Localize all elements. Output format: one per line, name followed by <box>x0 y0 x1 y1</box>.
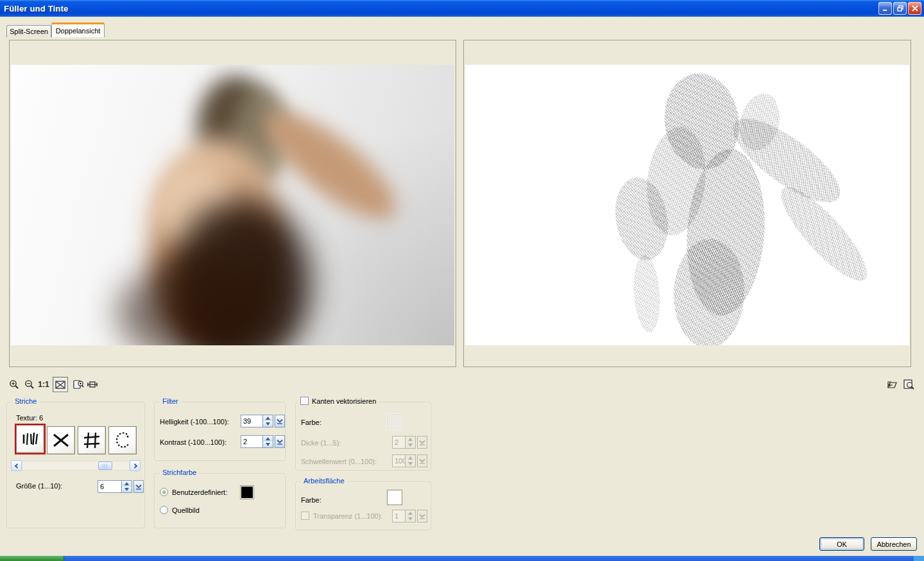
spin-down-icon <box>408 444 413 447</box>
spin-up-button[interactable] <box>263 415 273 421</box>
brightness-spinner[interactable]: 39 <box>241 415 285 427</box>
group-striche: Striche Textur: 6 Größe (1...10): 6 <box>6 402 145 528</box>
slider-dropdown-button[interactable] <box>133 480 144 493</box>
zoom-in-icon <box>9 379 19 390</box>
taskbar-sliver <box>0 556 924 561</box>
custom-color-radio[interactable] <box>160 488 168 496</box>
contrast-spinner[interactable]: 2 <box>241 435 285 448</box>
spin-up-button[interactable] <box>263 436 273 442</box>
scroll-left-button[interactable] <box>11 460 22 471</box>
dropdown-icon <box>419 440 425 445</box>
source-image-radio[interactable] <box>160 506 168 514</box>
slider-dropdown-button[interactable] <box>275 415 285 427</box>
custom-color-label[interactable]: Benutzerdefiniert: <box>172 488 227 496</box>
brightness-value[interactable]: 39 <box>241 415 263 427</box>
tab-doppelansicht[interactable]: Doppelansicht <box>51 22 105 37</box>
dropdown-icon <box>277 439 283 445</box>
spin-down-button[interactable] <box>263 442 273 447</box>
group-filter: Filter Helligkeit (-100...100): 39 Kontr… <box>154 402 286 461</box>
spin-up-button[interactable] <box>122 481 132 487</box>
pane-inner-line <box>465 361 909 362</box>
canvas-color-label: Farbe: <box>301 496 321 504</box>
spin-down-button[interactable] <box>122 487 132 492</box>
spin-down-button <box>406 442 415 448</box>
spin-down-icon <box>408 462 413 465</box>
transparency-checkbox <box>301 512 309 520</box>
preview-search-icon <box>903 379 914 390</box>
slider-dropdown-button[interactable] <box>275 435 285 448</box>
pan-frame-icon <box>87 380 98 389</box>
sketch-hatch <box>631 255 662 333</box>
dropdown-icon <box>419 458 425 464</box>
cross-icon <box>51 430 71 451</box>
filtered-preview-image[interactable] <box>465 65 909 345</box>
source-image-label[interactable]: Quellbild <box>172 506 200 514</box>
canvas-color-swatch[interactable] <box>387 490 402 505</box>
size-value[interactable]: 6 <box>98 480 122 493</box>
pane-inner-line <box>11 361 454 362</box>
zoom-out-button[interactable] <box>23 377 36 392</box>
scroll-right-icon <box>133 463 138 469</box>
dropdown-icon <box>135 484 142 490</box>
spin-up-button <box>406 436 415 442</box>
spin-up-button <box>406 510 415 516</box>
spin-down-icon <box>266 443 270 446</box>
spin-down-button <box>406 516 415 522</box>
zoom-actual-label: 1:1 <box>38 380 49 389</box>
cancel-button[interactable]: Abbrechen <box>871 537 917 551</box>
thickness-value: 2 <box>392 436 406 449</box>
vectorize-edges-label[interactable]: Kanten vektorisieren <box>312 397 376 405</box>
texture-button-hash[interactable] <box>78 426 106 454</box>
transparency-value: 1 <box>392 510 406 522</box>
tab-split-screen[interactable]: Split-Screen <box>6 25 51 37</box>
spin-up-icon <box>408 438 413 441</box>
source-image-radio-row: Quellbild <box>160 506 200 514</box>
contrast-value[interactable]: 2 <box>241 435 263 448</box>
slider-dropdown-button <box>417 454 427 467</box>
contrast-label: Kontrast (-100...100): <box>160 438 227 446</box>
spin-down-button <box>406 461 415 467</box>
preview-search-button[interactable] <box>902 377 915 392</box>
scroll-track[interactable] <box>22 461 130 470</box>
vectorize-edges-checkbox[interactable] <box>300 397 309 405</box>
scroll-thumb[interactable] <box>98 462 112 470</box>
page-zoom-icon <box>73 379 84 390</box>
zoom-actual-button[interactable]: 1:1 <box>37 377 50 392</box>
zoom-in-button[interactable] <box>8 377 21 392</box>
group-strichfarbe-title: Strichfarbe <box>160 469 199 476</box>
dropdown-icon <box>277 419 283 424</box>
ok-button[interactable]: OK <box>819 537 864 551</box>
texture-button-cross[interactable] <box>47 426 75 454</box>
edge-color-swatch <box>387 414 402 429</box>
fit-window-icon <box>55 381 65 389</box>
restore-button[interactable] <box>893 2 907 15</box>
page-zoom-button[interactable] <box>72 377 85 392</box>
minimize-button[interactable] <box>878 2 892 15</box>
ok-button-label: OK <box>837 540 847 548</box>
group-arbeitsflaeche-title: Arbeitsfläche <box>301 477 347 485</box>
vertical-strokes-icon <box>21 429 40 449</box>
original-preview-image[interactable] <box>11 65 454 345</box>
size-spinner[interactable]: 6 <box>98 480 144 493</box>
window-title: Füller und Tinte <box>4 4 68 13</box>
tray-fragment <box>914 556 924 561</box>
texture-button-vertical-strokes[interactable] <box>15 424 46 454</box>
texture-button-dotted-circle[interactable] <box>108 426 137 454</box>
stroke-color-swatch[interactable] <box>240 485 254 499</box>
size-label: Größe (1...10): <box>16 482 62 490</box>
scroll-right-button[interactable] <box>130 460 141 471</box>
texture-scrollbar[interactable] <box>11 460 141 471</box>
fit-window-button[interactable] <box>53 377 68 392</box>
spin-down-button[interactable] <box>263 421 273 427</box>
cancel-button-label: Abbrechen <box>877 540 911 548</box>
export-image-button[interactable] <box>886 377 898 392</box>
screen: { "window": { "title": "Füller und Tinte… <box>0 0 924 561</box>
dropdown-icon <box>419 514 425 519</box>
start-button-fragment[interactable] <box>0 556 64 561</box>
slider-dropdown-button <box>417 436 427 449</box>
close-button[interactable] <box>908 2 921 15</box>
tab-doppelansicht-label: Doppelansicht <box>56 27 101 35</box>
spin-up-icon <box>408 512 413 515</box>
pan-frame-button[interactable] <box>86 377 99 392</box>
restore-icon <box>897 5 903 12</box>
